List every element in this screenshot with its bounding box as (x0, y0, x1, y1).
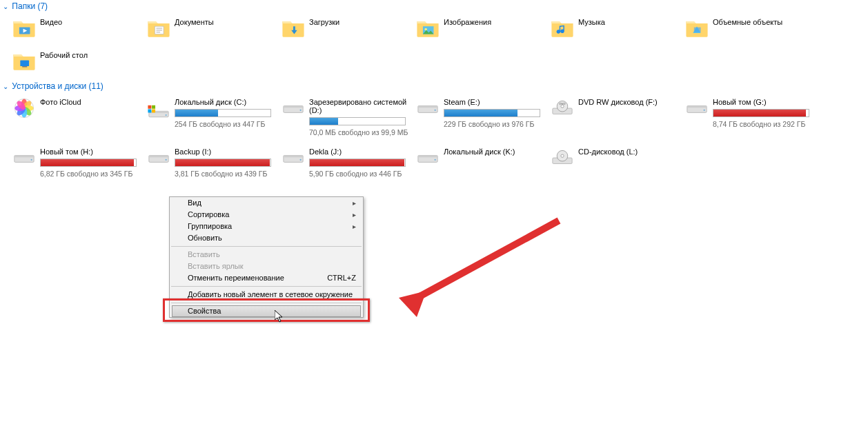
folder-item[interactable]: Музыка (551, 17, 685, 40)
drive-subtext: 70,0 МБ свободно из 99,9 МБ (309, 128, 416, 136)
capacity-bar (309, 117, 406, 125)
menu-item-properties[interactable]: Свойства (172, 305, 361, 317)
drive-icon (147, 96, 170, 120)
capacity-bar (175, 109, 271, 117)
menu-item-group[interactable]: Группировка▸ (170, 221, 363, 232)
svg-point-40 (704, 110, 705, 111)
dvd-drive-icon: DVD (551, 96, 574, 120)
menu-separator (171, 246, 362, 247)
capacity-bar (713, 109, 809, 117)
folder-label: Изображения (444, 18, 491, 26)
folder-label: Загрузки (309, 18, 339, 26)
svg-rect-39 (687, 105, 707, 108)
menu-item-undo-rename[interactable]: Отменить переименованиеCTRL+Z (170, 272, 363, 284)
drive-icon (416, 96, 440, 120)
svg-rect-25 (152, 105, 155, 109)
drive-subtext: 8,74 ГБ свободно из 292 ГБ (713, 120, 809, 128)
menu-separator (171, 303, 362, 303)
folder-icon (685, 17, 709, 40)
svg-line-57 (407, 221, 559, 303)
drive-item[interactable]: DVD DVD RW дисковод (F:) (551, 96, 685, 136)
chevron-down-icon: ⌄ (3, 3, 8, 10)
drive-item[interactable]: CD-дисковод (L:) (551, 146, 685, 178)
drive-subtext: 6,82 ГБ свободно из 345 ГБ (40, 170, 137, 178)
drive-subtext: 229 ГБ свободно из 976 ГБ (444, 120, 540, 128)
folder-label: Документы (175, 18, 214, 26)
drive-item[interactable]: Steam (E:) 229 ГБ свободно из 976 ГБ (416, 96, 551, 136)
drive-label: Фото iCloud (40, 98, 81, 106)
section-header-drives[interactable]: ⌄ Устройства и диски (11) (0, 80, 868, 94)
folder-icon (12, 50, 36, 73)
svg-rect-42 (14, 155, 34, 157)
drive-label: DVD RW дисковод (F:) (578, 98, 658, 106)
drive-label: Steam (E:) (444, 98, 540, 106)
drive-item[interactable]: Backup (I:) 3,81 ГБ свободно из 439 ГБ (147, 146, 282, 178)
drive-item[interactable]: Локальный диск (C:) 254 ГБ свободно из 4… (147, 96, 282, 136)
svg-rect-48 (284, 155, 303, 157)
capacity-bar (175, 159, 271, 167)
drive-item[interactable]: Новый том (G:) 8,74 ГБ свободно из 292 Г… (685, 96, 820, 136)
svg-point-43 (31, 159, 32, 161)
section-title-folders: Папки (7) (12, 1, 48, 11)
svg-point-7 (424, 28, 427, 31)
folder-item[interactable]: Объемные объекты (685, 17, 820, 40)
menu-item-add-network-location[interactable]: Добавить новый элемент в сетевое окружен… (170, 289, 363, 301)
folder-label: Объемные объекты (713, 18, 782, 26)
chevron-down-icon: ⌄ (3, 83, 8, 90)
svg-point-33 (435, 110, 436, 111)
drive-label: Локальный диск (K:) (444, 147, 515, 156)
drive-icon (147, 146, 170, 170)
folder-grid: Видео Документы Загрузки Изображения Муз… (0, 14, 868, 80)
drive-label: Backup (I:) (175, 147, 271, 156)
menu-item-refresh[interactable]: Обновить (170, 232, 363, 244)
svg-point-23 (166, 114, 167, 116)
folder-item[interactable]: Рабочий стол (12, 50, 147, 73)
svg-point-55 (561, 154, 564, 157)
svg-point-52 (435, 159, 436, 161)
drive-item[interactable]: Локальный диск (K:) (416, 146, 551, 178)
annotation-arrow-icon (386, 214, 573, 324)
drive-item[interactable]: Новый том (H:) 6,82 ГБ свободно из 345 Г… (12, 146, 147, 178)
svg-rect-51 (418, 155, 437, 157)
folder-item[interactable]: Изображения (416, 17, 551, 40)
svg-rect-8 (694, 28, 701, 32)
section-title-drives: Устройства и диски (11) (12, 81, 103, 91)
drive-subtext: 254 ГБ свободно из 447 ГБ (175, 120, 271, 128)
menu-item-sort[interactable]: Сортировка▸ (170, 209, 363, 221)
drive-icon (282, 96, 305, 120)
cd-drive-icon (551, 146, 574, 170)
submenu-arrow-icon: ▸ (353, 198, 356, 207)
icloud-photos-icon (12, 96, 36, 120)
folder-label: Видео (40, 18, 62, 26)
folder-item[interactable]: Документы (147, 17, 282, 40)
folder-item[interactable]: Загрузки (282, 17, 416, 40)
folder-icon (282, 17, 305, 40)
drive-icon (12, 146, 36, 170)
svg-point-30 (300, 110, 302, 111)
menu-item-view[interactable]: Вид▸ (170, 197, 363, 209)
capacity-bar (309, 159, 406, 167)
drive-item[interactable]: Зарезервировано системой (D:) 70,0 МБ св… (282, 96, 416, 136)
submenu-arrow-icon: ▸ (353, 222, 356, 231)
section-header-folders[interactable]: ⌄ Папки (7) (0, 0, 868, 14)
folder-icon (147, 17, 170, 40)
drive-label: Зарезервировано системой (D:) (309, 98, 416, 114)
menu-separator (171, 286, 362, 287)
context-menu: Вид▸ Сортировка▸ Группировка▸ Обновить В… (169, 196, 364, 318)
svg-rect-27 (152, 109, 155, 112)
folder-icon (416, 17, 440, 40)
drive-subtext: 5,90 ГБ свободно из 446 ГБ (309, 170, 406, 178)
drive-label: Локальный диск (C:) (175, 98, 271, 106)
drive-item[interactable]: Dekla (J:) 5,90 ГБ свободно из 446 ГБ (282, 146, 416, 178)
folder-icon (551, 17, 574, 40)
svg-rect-9 (20, 61, 29, 67)
drive-icon (685, 96, 709, 120)
drive-label: Новый том (G:) (713, 98, 809, 106)
svg-point-46 (166, 159, 167, 161)
folder-item[interactable]: Видео (12, 17, 147, 40)
capacity-bar (444, 109, 540, 117)
svg-rect-29 (284, 105, 303, 108)
folder-label: Рабочий стол (40, 51, 88, 59)
menu-shortcut: CTRL+Z (327, 274, 356, 283)
drive-item[interactable]: Фото iCloud (12, 96, 147, 136)
